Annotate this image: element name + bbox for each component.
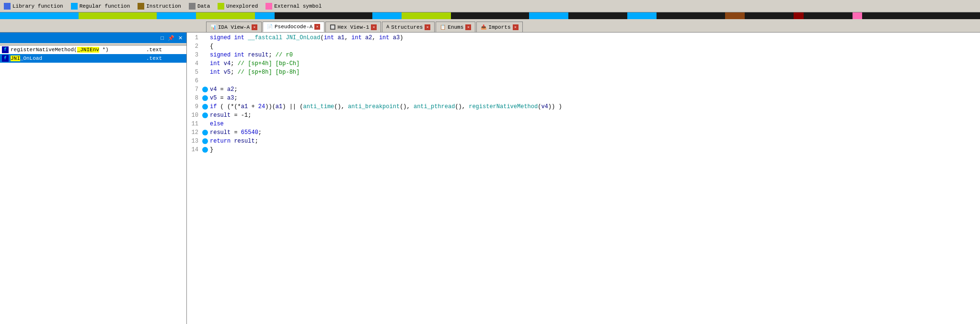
minimap-segment-4 <box>196 12 255 19</box>
legend-bar: Library functionRegular functionInstruct… <box>0 0 980 12</box>
tab-close-structures[interactable]: ✕ <box>425 24 430 30</box>
line-num-1: 1 <box>191 34 202 42</box>
line-num-2: 2 <box>191 42 202 51</box>
tab-icon-ida-view-a: 📊 <box>210 24 216 30</box>
minimap-segment-16 <box>794 12 803 19</box>
breakpoint-dot-12 <box>202 130 208 135</box>
tab-close-hex-view-1[interactable]: ✕ <box>371 24 377 30</box>
tab-close-enums[interactable]: ✕ <box>465 24 471 30</box>
line-num-7: 7 <box>191 85 202 94</box>
minimap-segment-13 <box>657 12 725 19</box>
code-line-12: 12 result = 65540; <box>191 128 976 137</box>
tab-label-imports: Imports <box>488 24 510 30</box>
minimap-segment-1 <box>49 12 78 19</box>
tab-hex-view-1[interactable]: 🔲Hex View-1✕ <box>325 22 381 32</box>
sidebar-list: fregisterNativeMethod(_JNIEnv *).textfJN… <box>0 45 186 324</box>
breakpoint-dot-8 <box>202 95 208 101</box>
no-dot-3 <box>202 52 208 58</box>
tab-imports[interactable]: 📥Imports✕ <box>476 22 522 32</box>
tab-icon-enums: 📋 <box>440 24 446 30</box>
func-segment-0: .text <box>146 47 184 53</box>
legend-color-unexplored <box>218 3 224 10</box>
no-dot-1 <box>202 35 208 41</box>
legend-color-library-function <box>4 3 11 10</box>
minimap-segment-18 <box>853 12 862 19</box>
legend-item-regular-function: Regular function <box>71 3 130 10</box>
code-line-2: 2{ <box>191 42 976 51</box>
functions-window: □ 📌 ✕ fregisterNativeMethod(_JNIEnv *).t… <box>0 33 187 324</box>
tab-enums[interactable]: 📋Enums✕ <box>436 22 475 32</box>
line-num-14: 14 <box>191 145 202 154</box>
minimap-segment-0 <box>0 12 49 19</box>
minimap-segment-2 <box>79 12 157 19</box>
no-dot-4 <box>202 61 208 67</box>
code-line-8: 8 v5 = a3; <box>191 94 976 102</box>
breakpoint-dot-7 <box>202 87 208 92</box>
legend-label-regular-function: Regular function <box>80 3 130 9</box>
legend-color-regular-function <box>71 3 78 10</box>
tab-label-pseudocode-a: Pseudocode-A <box>275 24 312 30</box>
tab-icon-structures: A <box>386 24 389 30</box>
tab-pseudocode-a[interactable]: 📄Pseudocode-A✕ <box>263 22 324 32</box>
func-name-1: JNI_OnLoad <box>11 56 146 61</box>
tab-label-ida-view-a: IDA View-A <box>218 24 250 30</box>
minimap-segment-5 <box>255 12 275 19</box>
code-line-3: 3 signed int result; // r0 <box>191 51 976 59</box>
code-line-1: 1signed int __fastcall JNI_OnLoad(int a1… <box>191 34 976 42</box>
code-text: signed int __fastcall JNI_OnLoad(int a1,… <box>210 34 403 41</box>
no-dot-2 <box>202 44 208 49</box>
code-text: int v4; // [sp+4h] [bp-Ch] <box>210 60 300 67</box>
code-line-14: 14} <box>191 145 976 154</box>
no-dot-5 <box>202 69 208 75</box>
code-text: if ( (*(*a1 + 24))(a1) || (anti_time(), … <box>210 103 562 110</box>
sidebar-minimize-button[interactable]: □ <box>160 35 165 41</box>
func-icon-0: f <box>2 46 9 53</box>
minimap-segment-10 <box>529 12 568 19</box>
sidebar-close-button[interactable]: ✕ <box>177 35 184 41</box>
code-text: int v5; // [sp+8h] [bp-8h] <box>210 69 300 76</box>
minimap-segment-19 <box>862 12 980 19</box>
no-dot-11 <box>202 121 208 127</box>
minimap-segment-11 <box>568 12 627 19</box>
minimap-segment-6 <box>275 12 373 19</box>
code-text: v5 = a3; <box>210 95 238 101</box>
tab-structures[interactable]: AStructures✕ <box>382 22 435 32</box>
legend-label-unexplored: Unexplored <box>226 3 258 9</box>
tab-icon-hex-view-1: 🔲 <box>330 24 335 30</box>
line-num-9: 9 <box>191 102 202 111</box>
line-num-8: 8 <box>191 94 202 102</box>
code-text: v4 = a2; <box>210 86 238 93</box>
tab-ida-view-a[interactable]: 📊IDA View-A✕ <box>206 22 262 32</box>
tab-close-imports[interactable]: ✕ <box>513 24 519 30</box>
legend-color-data <box>189 3 196 10</box>
line-num-3: 3 <box>191 51 202 59</box>
line-num-10: 10 <box>191 111 202 120</box>
tab-bar: 📊IDA View-A✕📄Pseudocode-A✕🔲Hex View-1✕AS… <box>0 19 980 33</box>
sidebar-row-0[interactable]: fregisterNativeMethod(_JNIEnv *).text <box>0 45 186 54</box>
breakpoint-dot-10 <box>202 112 208 118</box>
sidebar-row-1[interactable]: fJNI_OnLoad.text <box>0 54 186 63</box>
breakpoint-dot-13 <box>202 138 208 144</box>
code-text: result = 65540; <box>210 129 262 136</box>
tab-icon-pseudocode-a: 📄 <box>267 24 273 30</box>
legend-label-instruction: Instruction <box>146 3 181 9</box>
sidebar-header-buttons: □ 📌 ✕ <box>160 35 184 41</box>
code-view[interactable]: 1signed int __fastcall JNI_OnLoad(int a1… <box>187 33 980 324</box>
tab-close-pseudocode-a[interactable]: ✕ <box>314 24 320 30</box>
tab-close-ida-view-a[interactable]: ✕ <box>252 24 257 30</box>
content-area: 1signed int __fastcall JNI_OnLoad(int a1… <box>187 33 980 324</box>
tab-label-structures: Structures <box>391 24 423 30</box>
legend-label-library-function: Library function <box>12 3 63 9</box>
sidebar-header: □ 📌 ✕ <box>0 33 186 43</box>
minimap-segment-9 <box>451 12 530 19</box>
breakpoint-dot-14 <box>202 147 208 153</box>
code-text: return result; <box>210 138 258 145</box>
sidebar-pin-button[interactable]: 📌 <box>167 35 175 41</box>
code-lines-container: 1signed int __fastcall JNI_OnLoad(int a1… <box>187 33 980 324</box>
tab-label-hex-view-1: Hex View-1 <box>337 24 369 30</box>
minimap-bar <box>0 12 980 19</box>
minimap-segment-14 <box>725 12 745 19</box>
legend-item-unexplored: Unexplored <box>218 3 258 10</box>
breakpoint-dot-9 <box>202 104 208 110</box>
legend-item-instruction: Instruction <box>138 3 181 10</box>
